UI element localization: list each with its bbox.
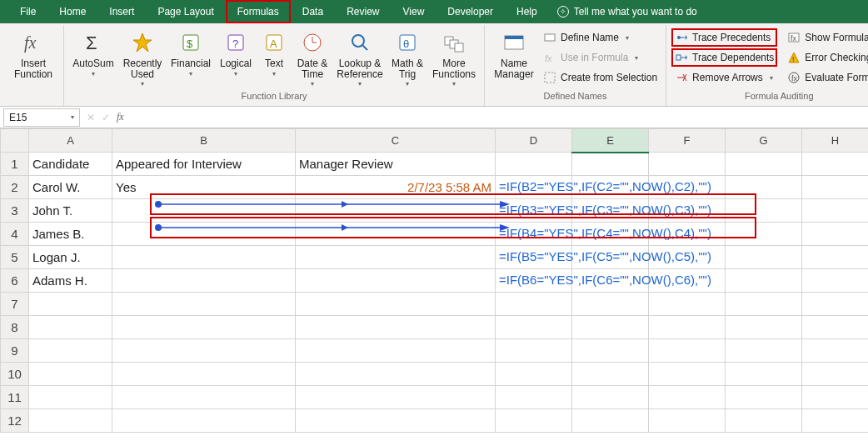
date-time-button[interactable]: Date & Time▾ <box>292 27 332 89</box>
cell-B5[interactable] <box>112 246 296 269</box>
row-header-1[interactable]: 1 <box>1 153 29 176</box>
cell-A6[interactable]: Adams H. <box>29 269 112 293</box>
col-header-H[interactable]: H <box>802 129 869 153</box>
logical-button[interactable]: ? Logical▾ <box>216 27 256 79</box>
cell-E12[interactable] <box>572 409 649 433</box>
col-header-C[interactable]: C <box>296 129 496 153</box>
row-header-2[interactable]: 2 <box>1 176 29 199</box>
cell-E11[interactable] <box>572 386 649 409</box>
autosum-button[interactable]: Σ AutoSum▾ <box>69 27 117 79</box>
col-header-A[interactable]: A <box>29 129 112 153</box>
trace-dependents-button[interactable]: Trace Dependents <box>671 48 777 67</box>
cell-D9[interactable] <box>496 339 572 363</box>
cell-F11[interactable] <box>649 386 726 409</box>
cell-B7[interactable] <box>112 293 296 316</box>
col-header-F[interactable]: F <box>649 129 726 153</box>
select-all-corner[interactable] <box>1 129 29 153</box>
cell-D4[interactable]: =IF(B4="YES",IF(C4="",NOW(),C4),"") <box>496 223 572 246</box>
tab-view[interactable]: View <box>392 0 436 23</box>
cell-E9[interactable] <box>572 339 649 363</box>
cell-C12[interactable] <box>296 409 496 433</box>
cell-B6[interactable] <box>112 269 296 293</box>
cell-H8[interactable] <box>802 316 869 339</box>
tab-file[interactable]: File <box>8 0 47 23</box>
cell-H1[interactable] <box>802 153 869 176</box>
row-header-9[interactable]: 9 <box>1 339 29 363</box>
cell-A10[interactable] <box>29 363 112 386</box>
cell-H6[interactable] <box>802 269 869 293</box>
cell-F12[interactable] <box>649 409 726 433</box>
text-button[interactable]: A Text▾ <box>257 27 291 79</box>
cell-B2[interactable]: Yes <box>112 176 296 199</box>
row-header-5[interactable]: 5 <box>1 246 29 269</box>
cell-B1[interactable]: Appeared for Interview <box>112 153 296 176</box>
cell-A8[interactable] <box>29 316 112 339</box>
error-checking-button[interactable]: ! Error Checking▾ <box>784 48 868 67</box>
formula-input[interactable] <box>131 108 868 127</box>
row-header-11[interactable]: 11 <box>1 386 29 409</box>
tab-review[interactable]: Review <box>335 0 391 23</box>
cell-C6[interactable] <box>296 269 496 293</box>
cell-H7[interactable] <box>802 293 869 316</box>
cell-D3[interactable]: =IF(B3="YES",IF(C3="",NOW(),C3),"") <box>496 199 572 223</box>
cell-G6[interactable] <box>726 269 802 293</box>
trace-precedents-button[interactable]: Trace Precedents <box>671 28 777 47</box>
cell-D6[interactable]: =IF(B6="YES",IF(C6="",NOW(),C6),"") <box>496 269 572 293</box>
recently-used-button[interactable]: Recently Used▾ <box>119 27 166 89</box>
show-formulas-button[interactable]: fx Show Formulas <box>784 28 868 47</box>
cell-G3[interactable] <box>726 199 802 223</box>
cell-C10[interactable] <box>296 363 496 386</box>
cell-F10[interactable] <box>649 363 726 386</box>
cell-C11[interactable] <box>296 386 496 409</box>
cell-H12[interactable] <box>802 409 869 433</box>
cell-A9[interactable] <box>29 339 112 363</box>
cell-H9[interactable] <box>802 339 869 363</box>
more-functions-button[interactable]: More Functions▾ <box>429 27 479 89</box>
cell-F9[interactable] <box>649 339 726 363</box>
tab-home[interactable]: Home <box>47 0 97 23</box>
math-trig-button[interactable]: θ Math & Trig▾ <box>387 27 427 89</box>
use-in-formula-button[interactable]: fx Use in Formula▾ <box>540 48 661 67</box>
row-header-6[interactable]: 6 <box>1 269 29 293</box>
row-header-10[interactable]: 10 <box>1 363 29 386</box>
cell-H2[interactable] <box>802 176 869 199</box>
cell-E10[interactable] <box>572 363 649 386</box>
cell-D2[interactable]: =IF(B2="YES",IF(C2="",NOW(),C2),"") <box>496 176 572 199</box>
cell-C4[interactable] <box>296 223 496 246</box>
tell-me[interactable]: ✧ Tell me what you want to do <box>557 6 697 18</box>
cell-B3[interactable] <box>112 199 296 223</box>
remove-arrows-button[interactable]: Remove Arrows▾ <box>671 68 777 87</box>
cell-C2[interactable]: 2/7/23 5:58 AM <box>296 176 496 199</box>
cell-G10[interactable] <box>726 363 802 386</box>
create-from-selection-button[interactable]: Create from Selection <box>540 68 661 87</box>
enter-icon[interactable]: ✓ <box>102 112 110 123</box>
tab-insert[interactable]: Insert <box>97 0 146 23</box>
cell-D7[interactable] <box>496 293 572 316</box>
cell-D10[interactable] <box>496 363 572 386</box>
row-header-4[interactable]: 4 <box>1 223 29 246</box>
cell-A1[interactable]: Candidate <box>29 153 112 176</box>
tab-page-layout[interactable]: Page Layout <box>146 0 225 23</box>
col-header-B[interactable]: B <box>112 129 296 153</box>
cell-C5[interactable] <box>296 246 496 269</box>
name-box[interactable]: E15 ▾ <box>3 108 80 127</box>
lookup-button[interactable]: Lookup & Reference▾ <box>334 27 386 89</box>
cell-G2[interactable] <box>726 176 802 199</box>
col-header-D[interactable]: D <box>496 129 572 153</box>
cell-D8[interactable] <box>496 316 572 339</box>
cell-D11[interactable] <box>496 386 572 409</box>
define-name-button[interactable]: Define Name▾ <box>540 28 661 47</box>
cell-A12[interactable] <box>29 409 112 433</box>
cell-E1[interactable] <box>572 153 649 176</box>
cell-H10[interactable] <box>802 363 869 386</box>
cell-B4[interactable] <box>112 223 296 246</box>
cancel-icon[interactable]: ✕ <box>87 112 95 123</box>
cell-H5[interactable] <box>802 246 869 269</box>
cell-B11[interactable] <box>112 386 296 409</box>
cell-E8[interactable] <box>572 316 649 339</box>
cell-A2[interactable]: Carol W. <box>29 176 112 199</box>
row-header-12[interactable]: 12 <box>1 409 29 433</box>
cell-H11[interactable] <box>802 386 869 409</box>
cell-B10[interactable] <box>112 363 296 386</box>
cell-D12[interactable] <box>496 409 572 433</box>
